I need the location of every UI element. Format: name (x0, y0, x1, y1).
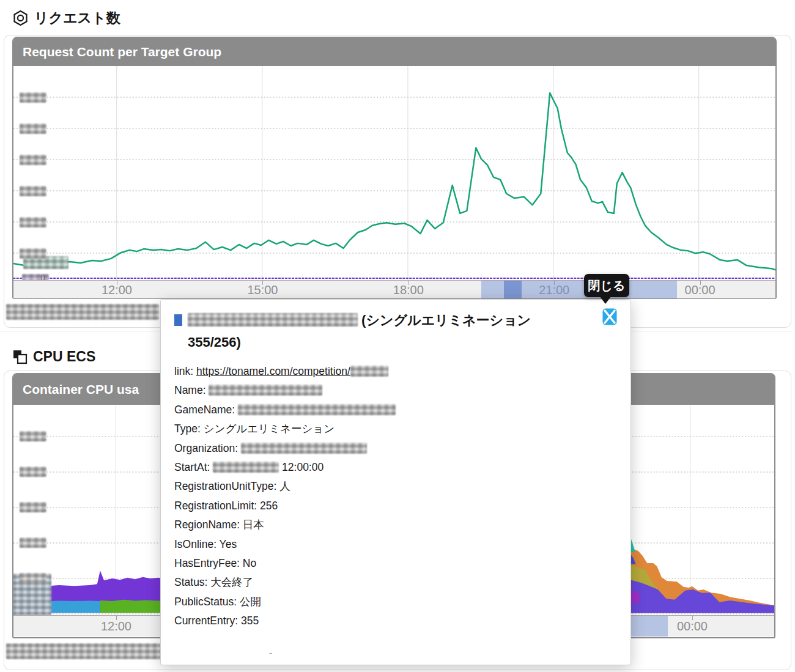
section-title: CPU ECS (33, 349, 95, 365)
redacted-y-axis-label (20, 155, 46, 165)
redacted-y-axis-label (20, 92, 46, 103)
field-text: RegionName: 日本 (174, 519, 264, 531)
field-text: RegistrationLimit: 256 (174, 500, 278, 512)
redacted-y-axis-label (20, 467, 46, 477)
field-text: Name: (174, 384, 209, 396)
redacted-y-axis-label (20, 186, 46, 196)
popup-field: HasEntryFee: No (174, 554, 617, 573)
popup-field: IsOnline: Yes (174, 535, 617, 554)
redacted-text (241, 443, 367, 454)
time-range-selection-dark[interactable] (504, 281, 522, 298)
field-text: Type: シングルエリミネーション (174, 423, 335, 435)
request-line-chart (13, 66, 775, 280)
close-tooltip: 閉じる (584, 274, 629, 297)
series-target-group-requests (13, 93, 775, 270)
popup-field: Organization: (174, 439, 617, 458)
redacted-y-axis-label (20, 217, 46, 227)
field-text: 12:00:00 (279, 461, 324, 473)
field-text: StartAt: (174, 461, 213, 473)
overlapping-squares-icon (12, 349, 28, 364)
x-axis-label: 00:00 (685, 282, 716, 297)
redacted-y-axis-label (20, 537, 46, 548)
redacted-text (209, 385, 322, 396)
section-header-requests: リクエスト数 (12, 9, 120, 28)
redacted-y-axis-label (20, 502, 46, 512)
close-x-icon (602, 308, 617, 325)
redacted-y-axis-label (20, 431, 46, 441)
popup-field: GameName: (174, 401, 617, 419)
popup-field: RegistrationUnitType: 人 (174, 477, 617, 496)
popup-body: link: https://tonamel.com/competition/Na… (174, 362, 617, 631)
popup-field: link: https://tonamel.com/competition/ (174, 362, 617, 381)
field-text: HasEntryFee: No (174, 557, 256, 569)
monitoring-dashboard: リクエスト数 Request Count per Target Group 0 … (0, 0, 795, 672)
popup-title-line2: 355/256) (174, 331, 617, 353)
tooltip-arrow (600, 297, 611, 304)
redacted-competition-name (188, 313, 358, 327)
popup-title-suffix: (シングルエリミネーション (358, 312, 531, 328)
field-text: link: (174, 365, 196, 377)
x-axis-label: 15:00 (247, 282, 278, 297)
request-time-axis[interactable]: 12:0015:0018:0021:0000:00 (13, 280, 775, 298)
popup-footer-date-range: - (174, 647, 617, 659)
section-title: リクエスト数 (34, 9, 120, 28)
field-text: Status: 大会終了 (174, 576, 253, 588)
popup-title: (シングルエリミネーション355/256) (174, 309, 617, 353)
panel-title: Request Count per Target Group (13, 38, 775, 66)
popup-field: Status: 大会終了 (174, 573, 617, 592)
field-text: GameName: (174, 404, 238, 416)
popup-field: CurrentEntry: 355 (174, 611, 617, 630)
redacted-text (238, 404, 396, 415)
field-text: Organization: (174, 442, 241, 454)
redacted-date-range-caption (6, 304, 159, 320)
popup-field: PublicStatus: 公開 (174, 593, 617, 611)
field-text: RegistrationUnitType: 人 (174, 480, 290, 492)
y-axis-zero-label: 0 (40, 273, 45, 280)
competition-popup: (シングルエリミネーション355/256) link: https://tona… (160, 299, 631, 665)
section-header-cpu-ecs: CPU ECS (12, 349, 95, 365)
request-count-plot[interactable]: 0 (13, 66, 775, 280)
redacted-y-axis-label (20, 248, 46, 259)
competition-link[interactable]: https://tonamel.com/competition/ (196, 365, 350, 377)
redacted-text (213, 462, 279, 473)
series-color-bullet (174, 314, 182, 326)
popup-field: RegistrationLimit: 256 (174, 497, 617, 515)
x-axis-label: 18:00 (393, 282, 424, 297)
hexagon-nut-icon (12, 10, 29, 26)
redacted-text (350, 366, 388, 377)
popup-field: Type: シングルエリミネーション (174, 419, 617, 438)
popup-field: Name: (174, 381, 617, 400)
field-text: IsOnline: Yes (174, 538, 237, 550)
request-count-panel: Request Count per Target Group 0 12:0015… (12, 37, 777, 299)
field-text: CurrentEntry: 355 (174, 615, 259, 627)
redacted-y-axis-label (20, 573, 46, 583)
close-button[interactable] (602, 308, 617, 325)
x-axis-label: 12:00 (101, 619, 131, 633)
popup-field: StartAt: 12:00:00 (174, 458, 617, 477)
close-tooltip-label: 閉じる (588, 278, 626, 294)
popup-field: RegionName: 日本 (174, 515, 617, 534)
x-axis-label: 12:00 (102, 282, 132, 297)
redacted-y-axis-label (20, 124, 46, 134)
x-axis-label: 00:00 (677, 619, 708, 633)
area-cpu-task-green-left (100, 600, 163, 613)
field-text: PublicStatus: 公開 (174, 596, 261, 608)
field-text: - (266, 647, 275, 659)
